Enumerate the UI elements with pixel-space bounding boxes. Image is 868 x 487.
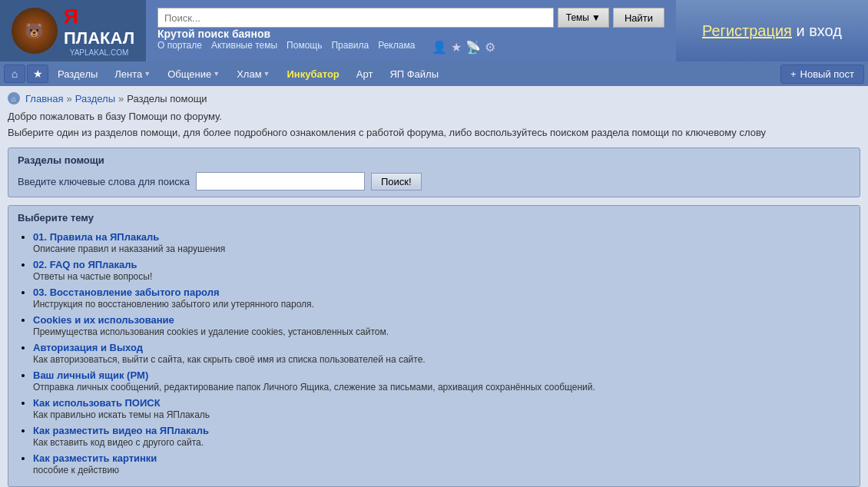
search-tagline: Крутой поиск баянов	[157, 28, 664, 40]
topic-link-4[interactable]: Cookies и их использование	[33, 314, 174, 326]
intro-line2: Выберите один из разделов помощи, для бо…	[8, 127, 860, 138]
new-post-icon: +	[790, 68, 797, 80]
home-button[interactable]: ⌂	[4, 65, 25, 83]
search-type-button[interactable]: Темы ▼	[558, 8, 609, 28]
help-search-button[interactable]: Поиск!	[371, 173, 422, 190]
settings-icon[interactable]: ⚙	[485, 40, 495, 55]
topics-panel: Выберите тему 01. Правила на ЯПлакаль Оп…	[8, 205, 860, 487]
topic-desc-1: Описание правил и наказаний за нарушения	[33, 244, 850, 254]
topic-link-6[interactable]: Ваш личный ящик (PM)	[33, 369, 148, 381]
list-item: 03. Восстановление забытого пароля Инстр…	[33, 287, 850, 310]
nav-lenta-arrow-icon: ▼	[144, 70, 151, 78]
topic-desc-4: Преимущества использования cookies и уда…	[33, 326, 850, 337]
nav-hlam[interactable]: Хлам ▼	[229, 65, 277, 83]
header-nav-links: О портале Активные темы Помощь Правила Р…	[157, 40, 664, 55]
help-search-input[interactable]	[196, 172, 365, 190]
nav-lenta-label: Лента	[114, 68, 142, 80]
logo-bear-icon: 🐻	[12, 8, 58, 54]
topic-desc-7: Как правильно искать темы на ЯПлакаль	[33, 409, 850, 420]
list-item: Как использовать ПОИСК Как правильно иск…	[33, 397, 850, 420]
topic-desc-3: Инструкция по восстановлению забытого ил…	[33, 299, 850, 310]
rss-icon[interactable]: 📡	[465, 40, 481, 55]
list-item: 01. Правила на ЯПлакаль Описание правил …	[33, 231, 850, 254]
topic-desc-5: Как авторизоваться, выйти с сайта, как с…	[33, 354, 850, 365]
logo-plakal: ПЛАКАЛ	[64, 28, 134, 48]
nav-art[interactable]: Арт	[349, 65, 381, 83]
breadcrumb-home-icon: ⌂	[8, 92, 20, 104]
topic-desc-2: Ответы на частые вопросы!	[33, 271, 850, 282]
list-item: 02. FAQ по ЯПлакаль Ответы на частые воп…	[33, 259, 850, 282]
nav-hlam-label: Хлам	[237, 68, 261, 80]
topic-link-5[interactable]: Авторизация и Выход	[33, 342, 143, 353]
breadcrumb: ⌂ Главная » Разделы » Разделы помощи	[8, 92, 860, 104]
main-navigation: ⌂ ★ Разделы Лента ▼ Общение ▼ Хлам ▼ Инк…	[0, 61, 868, 86]
topic-desc-8: Как вставить код видео с другого сайта.	[33, 437, 850, 448]
nav-link-help[interactable]: Помощь	[287, 40, 322, 55]
search-input[interactable]	[157, 8, 554, 28]
topic-desc-9: пособие к действию	[33, 465, 850, 475]
intro-line1: Добро пожаловать в базу Помощи по форуму…	[8, 111, 860, 122]
search-panel-title: Разделы помощи	[18, 154, 850, 166]
nav-link-rules[interactable]: Правила	[331, 40, 369, 55]
registration-area: Регистрация и вход	[676, 0, 868, 61]
nav-hlam-arrow-icon: ▼	[263, 70, 270, 78]
nav-razdelы[interactable]: Разделы	[50, 65, 105, 83]
logo: 🐻 Я ПЛАКАЛ YAPLAKAL.COM	[0, 0, 146, 61]
topic-link-8[interactable]: Как разместить видео на ЯПлакаль	[33, 425, 209, 436]
registration-link[interactable]: Регистрация	[702, 22, 792, 39]
breadcrumb-home-link[interactable]: Главная	[25, 93, 63, 104]
list-item: Cookies и их использование Преимущества …	[33, 314, 850, 337]
new-post-label: Новый пост	[800, 68, 854, 80]
breadcrumb-current: Разделы помощи	[127, 93, 207, 104]
help-search-panel: Разделы помощи Введите ключевые слова дл…	[8, 147, 860, 197]
nav-obshenie[interactable]: Общение ▼	[160, 65, 227, 83]
reg-text-and: и вход	[792, 22, 842, 39]
topic-link-1[interactable]: 01. Правила на ЯПлакаль	[33, 231, 159, 243]
logo-ya: Я	[64, 5, 134, 28]
topics-list: 01. Правила на ЯПлакаль Описание правил …	[18, 231, 850, 475]
content-area: ⌂ Главная » Разделы » Разделы помощи Доб…	[0, 86, 868, 487]
nav-link-portal[interactable]: О портале	[157, 40, 202, 55]
list-item: Авторизация и Выход Как авторизоваться, …	[33, 342, 850, 365]
nav-obshenie-arrow-icon: ▼	[213, 70, 220, 78]
topics-panel-title: Выберите тему	[18, 212, 850, 224]
topic-link-9[interactable]: Как разместить картинки	[33, 452, 157, 464]
topic-desc-6: Отправка личных сообщений, редактировани…	[33, 382, 850, 393]
favorites-button[interactable]: ★	[27, 65, 48, 83]
search-type-arrow-icon: ▼	[591, 12, 601, 23]
star-icon[interactable]: ★	[451, 40, 462, 55]
topic-link-7[interactable]: Как использовать ПОИСК	[33, 397, 161, 409]
logo-sub: YAPLAKAL.COM	[64, 48, 134, 57]
search-panel-label: Введите ключевые слова для поиска	[18, 176, 190, 187]
new-post-button[interactable]: + Новый пост	[780, 65, 864, 84]
nav-link-active[interactable]: Активные темы	[211, 40, 277, 55]
search-type-label: Темы	[566, 12, 589, 23]
user-icon[interactable]: 👤	[432, 40, 447, 55]
nav-lenta[interactable]: Лента ▼	[107, 65, 158, 83]
list-item: Как разместить видео на ЯПлакаль Как вст…	[33, 425, 850, 448]
topic-link-2[interactable]: 02. FAQ по ЯПлакаль	[33, 259, 137, 270]
list-item: Ваш личный ящик (PM) Отправка личных соо…	[33, 369, 850, 393]
nav-obshenie-label: Общение	[167, 68, 211, 80]
search-area: Темы ▼ Найти Крутой поиск баянов О порта…	[146, 0, 676, 61]
nav-yp-files[interactable]: ЯП Файлы	[382, 65, 446, 83]
list-item: Как разместить картинки пособие к действ…	[33, 452, 850, 475]
breadcrumb-sep2: »	[118, 93, 124, 104]
breadcrumb-sep1: »	[66, 93, 71, 104]
nav-inkubator[interactable]: Инкубатор	[280, 65, 347, 83]
search-button[interactable]: Найти	[613, 8, 664, 28]
nav-link-ads[interactable]: Реклама	[378, 40, 415, 55]
breadcrumb-sections-link[interactable]: Разделы	[75, 93, 115, 104]
topic-link-3[interactable]: 03. Восстановление забытого пароля	[33, 287, 220, 298]
